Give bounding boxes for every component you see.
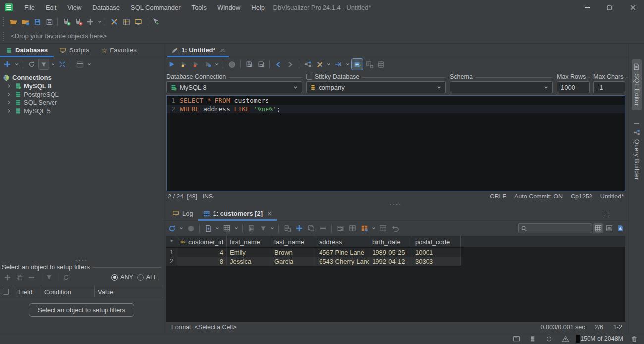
export-grid-icon[interactable] <box>203 223 214 234</box>
line-ending-indicator[interactable]: CRLF <box>490 193 506 200</box>
chart-view-toggle-icon[interactable] <box>615 223 625 233</box>
driver-manager-icon[interactable] <box>121 16 132 27</box>
maximize-results-icon[interactable] <box>604 211 609 216</box>
minimize-button[interactable] <box>576 0 598 15</box>
tree-item-sql-server[interactable]: SQL Server <box>3 98 163 107</box>
table-row[interactable]: 14EmilyBrown4567 Pine Lane1989-05-251000… <box>166 248 461 257</box>
column-header-first-name[interactable]: first_name <box>227 236 271 247</box>
expand-chevron-icon[interactable] <box>7 84 11 88</box>
menu-help[interactable]: Help <box>246 0 270 15</box>
restore-button[interactable] <box>598 0 621 15</box>
cell-customer-id[interactable]: 4 <box>177 248 227 257</box>
script-grid-icon[interactable] <box>377 223 388 234</box>
connections-monitor-icon[interactable] <box>133 16 144 27</box>
sql-editor[interactable]: 1SELECT * FROM customers2WHERE address L… <box>166 95 625 191</box>
goto-dropdown-icon[interactable] <box>345 59 351 70</box>
grid-filter-dropdown-icon[interactable] <box>269 223 275 234</box>
table-row[interactable]: 28JessicaGarcia6543 Cherry Lane1992-04-1… <box>166 257 461 266</box>
menu-sql-commander[interactable]: SQL Commander <box>125 0 186 15</box>
compare-grids-icon[interactable] <box>347 223 358 234</box>
menu-file[interactable]: File <box>19 0 40 15</box>
connect-icon[interactable] <box>61 16 72 27</box>
expand-chevron-icon[interactable] <box>7 100 11 105</box>
expand-chevron-icon[interactable] <box>7 92 11 97</box>
open-file-icon[interactable] <box>8 16 19 27</box>
highlight-dropdown-icon[interactable] <box>371 223 376 234</box>
menu-edit[interactable]: Edit <box>40 0 62 15</box>
forward-icon[interactable] <box>285 59 296 70</box>
radio-any[interactable]: ANY <box>111 274 133 281</box>
filter-col-value[interactable]: Value <box>94 286 163 297</box>
filter-objects-icon[interactable] <box>38 59 49 70</box>
save-as-icon[interactable] <box>44 16 54 27</box>
sticky-database-checkbox[interactable] <box>306 74 312 80</box>
duplicate-row-icon[interactable] <box>306 223 317 234</box>
tree-root-connections[interactable]: Connections <box>3 73 163 82</box>
cell-first-name[interactable]: Jessica <box>227 257 271 266</box>
column-header-birth-date[interactable]: birth_date <box>369 236 412 247</box>
execute-dropdown-icon[interactable] <box>214 59 220 70</box>
filter-select-all-checkbox[interactable] <box>3 289 9 295</box>
view-options-dropdown-icon[interactable] <box>86 59 92 70</box>
grid-export-icon[interactable] <box>364 59 375 70</box>
tab-log[interactable]: Log <box>167 207 198 220</box>
create-connection-icon[interactable] <box>85 16 96 27</box>
query-builder-toggle-icon[interactable] <box>302 59 313 70</box>
table-references-icon[interactable] <box>376 59 386 70</box>
formatter-icon[interactable] <box>314 59 325 70</box>
filter-refresh-icon[interactable] <box>60 272 71 283</box>
grid-view-icon[interactable] <box>221 223 232 234</box>
filter-add-icon[interactable] <box>2 272 13 283</box>
filter-col-condition[interactable]: Condition <box>41 286 94 297</box>
database-select[interactable]: company <box>306 81 446 93</box>
column-header-last-name[interactable]: last_name <box>271 236 316 247</box>
setup-filters-button[interactable]: Select an object to setup filters <box>29 303 134 317</box>
memory-indicator[interactable]: 150M of 2048M <box>576 335 623 343</box>
delete-row-icon[interactable] <box>318 223 328 234</box>
tool-properties-icon[interactable] <box>109 16 120 27</box>
create-connection-dropdown-icon[interactable] <box>97 16 103 27</box>
column-header-postal-code[interactable]: postal_code <box>412 236 461 247</box>
undo-icon[interactable] <box>389 223 400 234</box>
execute-current-icon[interactable] <box>178 59 189 70</box>
cell-birth-date[interactable]: 1992-04-12 <box>369 257 412 266</box>
filter-dropdown-icon[interactable] <box>50 59 56 70</box>
grid-view-toggle-icon[interactable] <box>593 223 603 233</box>
grid-stop-icon[interactable] <box>185 223 196 234</box>
grid-search-input[interactable] <box>529 224 590 232</box>
reload-grid-icon[interactable] <box>166 223 177 234</box>
toolbar-drag-handle[interactable] <box>3 17 5 26</box>
menu-window[interactable]: Window <box>212 0 246 15</box>
cell-first-name[interactable]: Emily <box>227 248 271 257</box>
auto-commit-indicator[interactable]: Auto Commit: ON <box>514 193 563 200</box>
menu-tools[interactable]: Tools <box>186 0 212 15</box>
execute-explain-icon[interactable] <box>202 59 213 70</box>
cell-last-name[interactable]: Garcia <box>271 257 316 266</box>
grid-search-box[interactable] <box>518 223 592 233</box>
column-header-customer-id[interactable]: customer_id <box>177 236 227 247</box>
status-plug-icon[interactable] <box>543 333 554 344</box>
editor-save-icon[interactable] <box>244 59 255 70</box>
status-monitor-icon[interactable] <box>511 333 522 344</box>
stop-icon[interactable] <box>226 59 237 70</box>
export-dropdown-icon[interactable] <box>215 223 220 234</box>
close-button[interactable] <box>621 0 644 15</box>
grid-view-dropdown-icon[interactable] <box>233 223 239 234</box>
execute-buffer-icon[interactable] <box>190 59 201 70</box>
refresh-objects-icon[interactable] <box>26 59 37 70</box>
tab-customers-result[interactable]: 1: customers [2] <box>198 207 277 220</box>
expand-chevron-icon[interactable] <box>7 109 11 113</box>
cell-postal-code[interactable]: 10001 <box>412 248 461 257</box>
database-connection-select[interactable]: MySQL 8 <box>166 81 302 93</box>
disconnect-icon[interactable] <box>73 16 84 27</box>
grid-filter-icon[interactable] <box>258 223 268 234</box>
cell-customer-id[interactable]: 8 <box>177 257 227 266</box>
encoding-indicator[interactable]: Cp1252 <box>571 193 592 200</box>
back-icon[interactable] <box>273 59 284 70</box>
menu-view[interactable]: View <box>62 0 87 15</box>
status-connections-icon[interactable] <box>527 333 538 344</box>
reload-dropdown-icon[interactable] <box>178 223 184 234</box>
insert-row-icon[interactable] <box>294 223 305 234</box>
rail-tab-sql-editor[interactable]: SQL Editor <box>632 59 642 110</box>
code-line-2[interactable]: 2WHERE address LIKE '%ne%'; <box>167 105 625 113</box>
